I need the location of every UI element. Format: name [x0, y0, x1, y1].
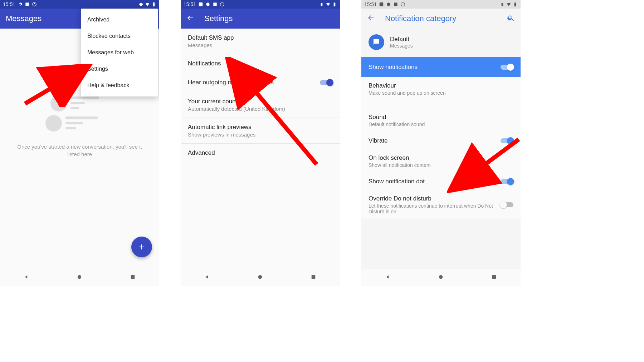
item-notification-dot[interactable]: Show notification dot [361, 173, 521, 190]
category-list: Behaviour Make sound and pop up on scree… [361, 77, 521, 219]
item-sub: Let these notifications continue to inte… [369, 203, 501, 214]
recents-nav-icon[interactable] [310, 274, 317, 282]
back-arrow-icon[interactable] [367, 14, 375, 24]
item-title: Behaviour [369, 82, 513, 89]
show-notifications-row[interactable]: Show notifications [361, 57, 521, 77]
setting-default-sms[interactable]: Default SMS app Messages [181, 29, 340, 54]
soccer-icon [220, 2, 225, 7]
vibrate-icon [138, 2, 143, 7]
soccer-icon [32, 2, 37, 7]
status-bar: 15:51 [0, 0, 159, 9]
toggle-outgoing-sounds[interactable] [320, 80, 333, 85]
image-icon [198, 2, 203, 7]
menu-item-archived[interactable]: Archived [81, 11, 158, 28]
setting-title: Hear outgoing message sounds [188, 79, 320, 86]
svg-rect-12 [334, 3, 336, 6]
app-bar: Notification category [361, 9, 521, 29]
page-title: Settings [204, 14, 233, 23]
svg-point-8 [206, 3, 209, 6]
menu-item-web[interactable]: Messages for web [81, 44, 158, 61]
new-message-fab[interactable]: + [131, 237, 152, 257]
item-vibrate[interactable]: Vibrate [361, 132, 521, 149]
empty-state: Once you've started a new conversation, … [0, 93, 159, 158]
toggle-show-notifications[interactable] [501, 65, 513, 70]
back-arrow-icon[interactable] [186, 14, 194, 24]
battery-icon [151, 2, 156, 7]
svg-rect-5 [131, 275, 135, 279]
toggle-notification-dot[interactable] [501, 179, 513, 184]
back-nav-icon[interactable] [385, 274, 391, 282]
svg-point-17 [387, 3, 390, 6]
svg-point-13 [258, 275, 262, 279]
item-sub: Show all notification content [369, 162, 513, 168]
category-sub: Messages [390, 43, 413, 49]
svg-rect-18 [394, 3, 397, 6]
menu-item-blocked[interactable]: Blocked contacts [81, 28, 158, 44]
recents-nav-icon[interactable] [491, 274, 497, 282]
wifi-icon [145, 2, 150, 7]
svg-rect-1 [140, 3, 142, 6]
setting-country[interactable]: Your current country Automatically detec… [181, 92, 340, 118]
wifi-icon [506, 2, 511, 7]
battery-icon [513, 2, 518, 7]
status-bar: 15:51 [361, 0, 521, 9]
gear-icon [386, 2, 391, 7]
vibrate-icon [500, 2, 505, 7]
item-sound[interactable]: Sound Default notification sound [361, 109, 521, 132]
svg-rect-11 [321, 3, 323, 6]
movie-icon [393, 2, 398, 7]
menu-item-settings[interactable]: Settings [81, 61, 158, 77]
recents-nav-icon[interactable] [130, 274, 136, 282]
overflow-menu: Archived Blocked contacts Messages for w… [81, 9, 158, 96]
item-sub: Default notification sound [369, 122, 513, 127]
item-lock-screen[interactable]: On lock screen Show all notification con… [361, 149, 521, 173]
settings-list: Default SMS app Messages Notifications H… [181, 29, 340, 162]
item-behaviour[interactable]: Behaviour Make sound and pop up on scree… [361, 77, 521, 101]
toggle-vibrate[interactable] [501, 138, 513, 143]
svg-point-22 [439, 275, 443, 279]
section-gap [361, 101, 521, 109]
soccer-icon [400, 2, 405, 7]
gear-icon [205, 2, 210, 7]
toggle-override-dnd[interactable] [501, 202, 513, 207]
svg-rect-2 [153, 3, 155, 6]
screen-messages: 15:51 Messages Archived Blocked contacts… [0, 0, 159, 286]
back-nav-icon[interactable] [23, 274, 30, 282]
setting-notifications[interactable]: Notifications [181, 54, 340, 73]
page-title: Messages [6, 14, 42, 23]
item-override-dnd[interactable]: Override Do not disturb Let these notifi… [361, 190, 521, 219]
home-nav-icon[interactable] [257, 274, 263, 282]
home-nav-icon[interactable] [438, 274, 444, 282]
item-title: Sound [369, 114, 513, 121]
svg-rect-16 [380, 3, 384, 6]
setting-sub: Messages [188, 42, 333, 48]
setting-link-previews[interactable]: Automatic link previews Show previews in… [181, 118, 340, 144]
back-nav-icon[interactable] [204, 274, 210, 282]
setting-title: Advanced [188, 149, 333, 157]
svg-rect-9 [213, 3, 216, 6]
svg-point-19 [401, 3, 405, 6]
show-notifications-label: Show notifications [369, 64, 418, 71]
home-nav-icon[interactable] [76, 274, 83, 282]
status-bar: 15:51 [181, 0, 340, 9]
svg-rect-20 [502, 3, 503, 6]
setting-title: Automatic link previews [188, 124, 333, 131]
app-bar: Settings [181, 9, 340, 29]
search-icon[interactable] [507, 14, 515, 24]
svg-rect-3 [153, 2, 154, 3]
menu-item-help[interactable]: Help & feedback [81, 77, 158, 94]
image-icon [379, 2, 384, 7]
plus-icon: + [139, 241, 145, 253]
setting-outgoing-sounds[interactable]: Hear outgoing message sounds [181, 73, 340, 92]
nav-bar [361, 269, 521, 286]
svg-rect-7 [199, 3, 203, 6]
wifi-icon [326, 2, 331, 7]
setting-title: Default SMS app [188, 34, 333, 41]
category-header: Default Messages [361, 29, 521, 57]
movie-icon [213, 2, 218, 7]
item-title: Vibrate [369, 137, 501, 144]
setting-advanced[interactable]: Advanced [181, 144, 340, 162]
item-title: On lock screen [369, 154, 513, 162]
vibrate-icon [319, 2, 324, 7]
nav-bar [181, 269, 340, 286]
